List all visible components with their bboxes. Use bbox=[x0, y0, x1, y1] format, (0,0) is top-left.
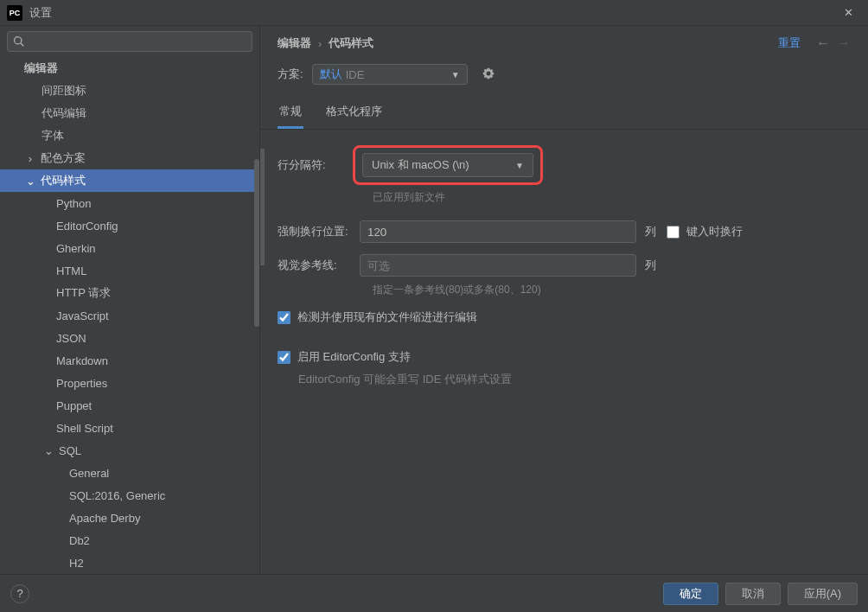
tree-item[interactable]: 间距图标 bbox=[0, 80, 259, 102]
form-general: 行分隔符: Unix 和 macOS (\n) ▼ 已应用到新文件 强制换行位置… bbox=[260, 130, 868, 403]
app-logo: PC bbox=[7, 5, 22, 21]
scrollbar-thumb[interactable] bbox=[254, 159, 259, 327]
tree-item-label: HTML bbox=[56, 265, 86, 277]
scheme-ide-text: IDE bbox=[346, 68, 365, 81]
tree-section-header: 编辑器 bbox=[0, 57, 259, 80]
tree-item-label: Db2 bbox=[69, 534, 90, 547]
ok-button[interactable]: 确定 bbox=[663, 583, 718, 605]
tree-item-label: 代码编辑 bbox=[41, 105, 86, 121]
tree-item-label: Puppet bbox=[56, 399, 92, 412]
line-separator-dropdown[interactable]: Unix 和 macOS (\n) ▼ bbox=[362, 153, 533, 177]
chevron-down-icon: ▼ bbox=[515, 161, 524, 170]
tree-item-label: SQL:2016, Generic bbox=[69, 489, 165, 502]
tree-item-label: 间距图标 bbox=[41, 83, 86, 99]
detect-indent-label: 检测并使用现有的文件缩进进行编辑 bbox=[297, 309, 477, 325]
tree-item[interactable]: H2 bbox=[0, 551, 259, 574]
scheme-select[interactable]: 默认 IDE ▼ bbox=[312, 64, 468, 85]
back-arrow-icon[interactable]: ← bbox=[816, 35, 830, 51]
tree-item[interactable]: General bbox=[0, 462, 259, 484]
tree-item[interactable]: Gherkin bbox=[0, 237, 259, 259]
tree-item-label: 配色方案 bbox=[41, 150, 86, 166]
tree-item[interactable]: ›配色方案 bbox=[0, 147, 259, 169]
highlight-annotation: Unix 和 macOS (\n) ▼ bbox=[353, 145, 543, 185]
tree-item[interactable]: Properties bbox=[0, 372, 259, 394]
scrollbar-thumb[interactable] bbox=[260, 149, 265, 265]
scheme-row: 方案: 默认 IDE ▼ bbox=[260, 61, 868, 97]
column-suffix: 列 bbox=[645, 258, 656, 273]
tree-item[interactable]: Markdown bbox=[0, 349, 259, 372]
tree-item[interactable]: Shell Script bbox=[0, 417, 259, 439]
tree-item-selected[interactable]: ⌄代码样式 bbox=[0, 169, 259, 192]
tree-item[interactable]: JSON bbox=[0, 327, 259, 349]
tree-item-label: Markdown bbox=[56, 354, 108, 367]
hard-wrap-input[interactable] bbox=[360, 220, 636, 243]
chevron-down-icon[interactable]: ⌄ bbox=[41, 444, 55, 457]
tree-item-label: Properties bbox=[56, 377, 107, 390]
tree-item[interactable]: Python bbox=[0, 192, 259, 214]
tree-item[interactable]: Apache Derby bbox=[0, 507, 259, 529]
chevron-right-icon[interactable]: › bbox=[23, 152, 37, 165]
tree-item-label: H2 bbox=[69, 557, 84, 570]
gear-icon[interactable] bbox=[482, 67, 495, 83]
enable-editorconfig-label: 启用 EditorConfig 支持 bbox=[297, 349, 411, 365]
tree-item[interactable]: EditorConfig bbox=[0, 214, 259, 237]
line-separator-hint: 已应用到新文件 bbox=[373, 190, 851, 205]
visual-guides-input[interactable] bbox=[360, 254, 636, 277]
help-icon[interactable]: ? bbox=[10, 584, 29, 603]
scheme-default-text: 默认 bbox=[320, 67, 342, 82]
column-suffix: 列 bbox=[645, 224, 656, 239]
tree-item-label: JavaScript bbox=[56, 309, 109, 322]
tree-item[interactable]: 代码编辑 bbox=[0, 102, 259, 124]
forward-arrow-icon: → bbox=[837, 35, 851, 51]
enable-editorconfig-checkbox[interactable] bbox=[278, 351, 290, 364]
wrap-on-typing-checkbox[interactable] bbox=[667, 226, 680, 239]
titlebar: PC 设置 ✕ bbox=[0, 0, 868, 26]
editorconfig-hint: EditorConfig 可能会重写 IDE 代码样式设置 bbox=[298, 372, 851, 387]
tree-item-label: JSON bbox=[56, 332, 86, 345]
search-input[interactable] bbox=[7, 31, 252, 52]
line-separator-label: 行分隔符: bbox=[278, 157, 360, 173]
breadcrumb: 编辑器 › 代码样式 重置 ← → bbox=[260, 26, 868, 61]
tree-item[interactable]: Puppet bbox=[0, 394, 259, 417]
tree-item-label: Apache Derby bbox=[69, 512, 140, 525]
main-panel: 编辑器 › 代码样式 重置 ← → 方案: 默认 IDE ▼ 常规格式化程序 行… bbox=[260, 26, 868, 574]
settings-tree: 编辑器间距图标代码编辑字体›配色方案⌄代码样式PythonEditorConfi… bbox=[0, 57, 259, 574]
visual-guides-hint: 指定一条参考线(80)或多条(80、120) bbox=[373, 283, 851, 297]
close-icon[interactable]: ✕ bbox=[835, 6, 861, 19]
tree-item-label: 代码样式 bbox=[41, 173, 86, 188]
line-separator-value: Unix 和 macOS (\n) bbox=[372, 157, 469, 173]
tree-item[interactable]: ⌄SQL bbox=[0, 439, 259, 462]
sidebar: 编辑器间距图标代码编辑字体›配色方案⌄代码样式PythonEditorConfi… bbox=[0, 26, 260, 574]
apply-button[interactable]: 应用(A) bbox=[788, 583, 858, 605]
tree-item[interactable]: HTML bbox=[0, 259, 259, 282]
detect-indent-checkbox[interactable] bbox=[278, 311, 290, 324]
tree-item[interactable]: JavaScript bbox=[0, 304, 259, 327]
footer: ? 确定 取消 应用(A) bbox=[0, 574, 868, 612]
breadcrumb-codestyle: 代码样式 bbox=[329, 35, 373, 51]
chevron-down-icon: ▼ bbox=[451, 70, 460, 80]
tree-item-label: Shell Script bbox=[56, 422, 113, 435]
scheme-label: 方案: bbox=[278, 67, 303, 82]
hard-wrap-label: 强制换行位置: bbox=[278, 224, 360, 239]
tree-item[interactable]: SQL:2016, Generic bbox=[0, 484, 259, 507]
tree-item[interactable]: Db2 bbox=[0, 529, 259, 551]
tree-item-label: Gherkin bbox=[56, 242, 96, 255]
wrap-on-typing-label: 键入时换行 bbox=[686, 224, 743, 239]
search-icon bbox=[13, 35, 25, 48]
tabs: 常规格式化程序 bbox=[260, 97, 868, 130]
tab-1[interactable]: 格式化程序 bbox=[324, 97, 384, 129]
tree-item-label: HTTP 请求 bbox=[56, 285, 111, 301]
search-container bbox=[0, 26, 259, 57]
tree-item-label: 字体 bbox=[41, 128, 64, 143]
cancel-button[interactable]: 取消 bbox=[725, 583, 781, 605]
breadcrumb-editor: 编辑器 bbox=[278, 35, 311, 51]
tab-0[interactable]: 常规 bbox=[278, 97, 303, 129]
tree-item-label: General bbox=[69, 467, 109, 480]
visual-guides-label: 视觉参考线: bbox=[278, 258, 360, 273]
chevron-down-icon[interactable]: ⌄ bbox=[23, 175, 37, 188]
reset-link[interactable]: 重置 bbox=[778, 35, 801, 51]
tree-item[interactable]: HTTP 请求 bbox=[0, 282, 259, 304]
tree-item[interactable]: 字体 bbox=[0, 124, 259, 147]
tree-item-label: SQL bbox=[59, 444, 81, 457]
tree-item-label: EditorConfig bbox=[56, 220, 118, 233]
